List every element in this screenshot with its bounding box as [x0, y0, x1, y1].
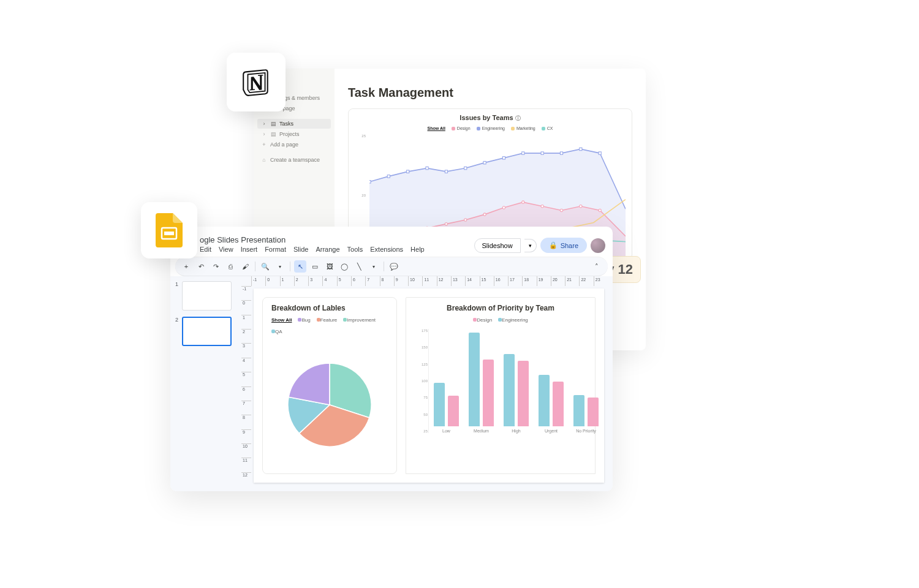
legend-showall[interactable]: Show All [271, 317, 292, 323]
print-button[interactable]: ⎙ [224, 260, 236, 273]
notion-logo-icon [240, 66, 272, 98]
toolbar: + ↶ ↷ ⎙ 🖌 🔍 ▾ ↖ ▭ 🖼 ◯ ╲ ▾ 💬 ˄ [175, 257, 608, 276]
slide-canvas[interactable]: Breakdown of Lables Show All Bug Feature… [254, 288, 604, 483]
sidebar-label: Create a teamspace [270, 157, 320, 163]
menu-tools[interactable]: Tools [347, 246, 363, 253]
legend-design[interactable]: Design [452, 126, 471, 130]
chevron-right-icon: › [261, 131, 267, 137]
plus-icon: + [261, 141, 267, 148]
legend-design[interactable]: Design [473, 317, 492, 323]
menu-insert[interactable]: Insert [241, 246, 258, 253]
thumb-number: 2 [175, 317, 179, 346]
slideshow-dropdown[interactable]: ▾ [524, 239, 537, 252]
zoom-dropdown[interactable]: ▾ [274, 260, 286, 273]
select-tool[interactable]: ↖ [294, 260, 306, 273]
info-icon[interactable]: ⓘ [515, 115, 521, 121]
lock-icon: 🔒 [549, 241, 558, 249]
svg-point-24 [580, 205, 582, 208]
sidebar-addpage[interactable]: + Add a page [257, 140, 331, 149]
svg-rect-3 [426, 167, 428, 169]
page-title: Task Management [348, 86, 632, 100]
paint-format-button[interactable]: 🖌 [239, 260, 251, 273]
menu-help[interactable]: Help [410, 246, 425, 253]
line-tool[interactable]: ╲ [353, 260, 365, 273]
comment-button[interactable]: 💬 [388, 260, 400, 273]
svg-rect-6 [483, 161, 486, 164]
legend-engineering[interactable]: Engineering [477, 126, 505, 130]
thumb-number: 1 [175, 281, 179, 311]
page-icon: ▤ [270, 131, 276, 137]
horizontal-ruler: -101234567891011121314151617181920212223 [251, 276, 608, 286]
bar-title: Breakdown of Priority by Team [415, 304, 586, 312]
sidebar-create-teamspace[interactable]: ⌂ Create a teamspace [257, 155, 331, 165]
textbox-tool[interactable]: ▭ [309, 260, 321, 273]
legend-bug[interactable]: Bug [298, 317, 310, 323]
svg-point-18 [464, 219, 467, 221]
chart-title: Issues by Teams ⓘ [355, 114, 626, 123]
sidebar-label: Projects [279, 131, 300, 137]
legend-marketing[interactable]: Marketing [511, 126, 535, 130]
bar-legend: Design Engineering [415, 317, 586, 323]
menu-view[interactable]: View [219, 246, 233, 253]
sidebar-item-projects[interactable]: › ▤ Projects [257, 129, 331, 139]
sidebar-label: Add a page [270, 141, 298, 148]
svg-rect-5 [464, 167, 467, 169]
page-icon: ▤ [270, 121, 276, 127]
svg-point-17 [445, 222, 447, 225]
svg-point-19 [483, 213, 486, 216]
svg-point-22 [541, 205, 543, 208]
svg-rect-7 [502, 157, 505, 159]
share-button[interactable]: 🔒 Share [540, 238, 587, 253]
teamspace-icon: ⌂ [261, 157, 267, 163]
slideshow-button[interactable]: Slideshow [474, 238, 521, 253]
svg-rect-9 [541, 152, 543, 154]
bar-chart-card: Breakdown of Priority by Team Design Eng… [406, 297, 596, 474]
legend-qa[interactable]: QA [271, 329, 282, 334]
svg-rect-11 [580, 148, 582, 150]
sidebar-item-tasks[interactable]: › ▤ Tasks [257, 119, 331, 129]
svg-rect-12 [599, 152, 601, 154]
thumbnail-rail: 1 2 [170, 276, 236, 491]
menu-format[interactable]: Format [265, 246, 286, 253]
avatar[interactable] [591, 238, 605, 253]
legend-improvement[interactable]: Improvement [343, 317, 376, 323]
slide-thumbnail-1[interactable] [182, 281, 232, 311]
slides-body: 1 2 -10123456789101112131415161718192021… [170, 276, 613, 491]
legend-engineering[interactable]: Engineering [498, 317, 528, 323]
notion-logo [227, 53, 286, 111]
svg-rect-1 [387, 175, 390, 178]
svg-rect-27 [164, 232, 174, 235]
svg-point-25 [599, 209, 601, 211]
new-slide-button[interactable]: + [180, 260, 192, 273]
legend-cx[interactable]: CX [542, 126, 553, 130]
pie-legend: Show All Bug Feature Improvement QA [271, 317, 388, 334]
menu-extensions[interactable]: Extensions [370, 246, 403, 253]
menu-slide[interactable]: Slide [293, 246, 308, 253]
shape-tool[interactable]: ◯ [338, 260, 350, 273]
google-slides-logo [141, 202, 197, 258]
menu-arrange[interactable]: Arrange [316, 246, 339, 253]
canvas-area: -101234567891011121314151617181920212223… [236, 276, 613, 491]
svg-rect-0 [369, 181, 371, 183]
svg-rect-10 [560, 152, 562, 154]
line-dropdown[interactable]: ▾ [368, 260, 380, 273]
collapse-button[interactable]: ˄ [591, 260, 603, 273]
menu-edit[interactable]: Edit [200, 246, 211, 253]
bar-chart: 255075100125150175 LowMediumHighUrgentNo… [428, 329, 586, 433]
image-tool[interactable]: 🖼 [323, 260, 336, 273]
legend-feature[interactable]: Feature [317, 317, 338, 323]
legend-showall[interactable]: Show All [428, 126, 445, 130]
zoom-button[interactable]: 🔍 [259, 260, 271, 273]
slides-window: ogle Slides Presentation Edit View Inser… [170, 227, 613, 491]
svg-rect-2 [407, 170, 409, 173]
svg-point-23 [560, 209, 562, 211]
undo-button[interactable]: ↶ [195, 260, 207, 273]
slide-thumbnail-2[interactable] [182, 317, 232, 346]
vertical-ruler: -10123456789101112 [241, 286, 251, 486]
sidebar-label: Tasks [279, 121, 293, 127]
svg-rect-8 [522, 152, 524, 154]
google-slides-logo-icon [156, 213, 183, 247]
doc-title[interactable]: ogle Slides Presentation [200, 235, 469, 244]
menubar: Edit View Insert Format Slide Arrange To… [200, 246, 469, 253]
redo-button[interactable]: ↷ [210, 260, 222, 273]
